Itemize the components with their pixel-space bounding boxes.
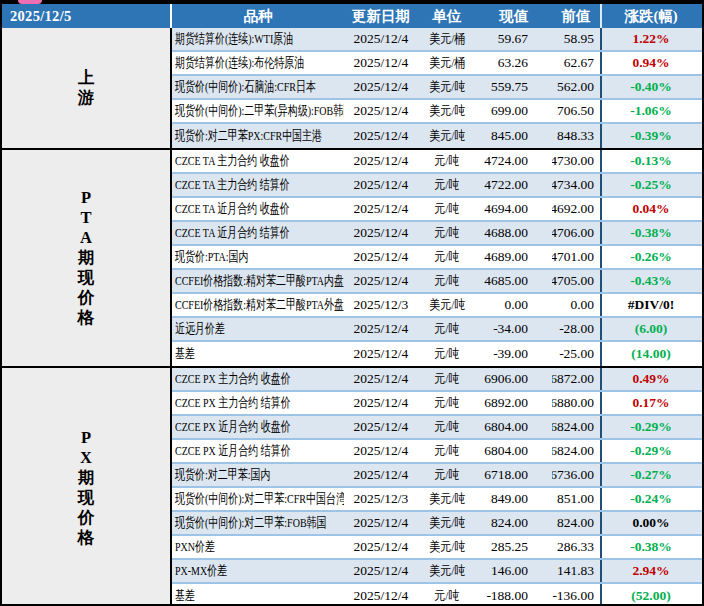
cell-change[interactable]: -0.24%	[600, 488, 700, 510]
cell-change[interactable]: -0.13%	[600, 150, 700, 172]
cell-variety[interactable]: 现货价(中间价):对二甲苯:CFR中国台湾	[172, 488, 344, 510]
cell-variety[interactable]: CCFEI价格指数:精对苯二甲酸PTA内盘	[172, 270, 344, 292]
cell-change[interactable]: -0.26%	[600, 246, 700, 268]
cell-current-value[interactable]: 849.00	[476, 488, 552, 510]
cell-variety[interactable]: 现货价:PTA:国内	[172, 246, 344, 268]
cell-update-date[interactable]: 2025/12/4	[344, 28, 418, 50]
cell-previous-value[interactable]: 58.95	[552, 28, 600, 50]
cell-current-value[interactable]: -39.00	[476, 342, 552, 366]
cell-update-date[interactable]: 2025/12/4	[344, 150, 418, 172]
cell-change[interactable]: -0.40%	[600, 76, 700, 98]
cell-unit[interactable]: 元/吨	[418, 392, 476, 414]
column-header-unit[interactable]: 单位	[418, 4, 476, 28]
cell-variety[interactable]: CZCE PX 主力合约 结算价	[172, 392, 344, 414]
cell-unit[interactable]: 美元/吨	[418, 76, 476, 98]
cell-current-value[interactable]: 559.75	[476, 76, 552, 98]
cell-current-value[interactable]: 6804.00	[476, 440, 552, 462]
cell-previous-value[interactable]: 4734.00	[552, 174, 600, 196]
cell-update-date[interactable]: 2025/12/3	[344, 294, 418, 316]
cell-previous-value[interactable]: 6824.00	[552, 416, 600, 438]
cell-current-value[interactable]: 845.00	[476, 124, 552, 148]
cell-current-value[interactable]: 4722.00	[476, 174, 552, 196]
column-header-variety[interactable]: 品种	[172, 4, 344, 28]
cell-change[interactable]: (52.00)	[600, 584, 700, 606]
cell-change[interactable]: -1.06%	[600, 100, 700, 122]
cell-previous-value[interactable]: 6880.00	[552, 392, 600, 414]
cell-change[interactable]: #DIV/0!	[600, 294, 700, 316]
column-header-previous-value[interactable]: 前值	[552, 4, 600, 28]
cell-current-value[interactable]: 6718.00	[476, 464, 552, 486]
cell-previous-value[interactable]: 4705.00	[552, 270, 600, 292]
cell-update-date[interactable]: 2025/12/4	[344, 222, 418, 244]
cell-variety[interactable]: CCFEI价格指数:精对苯二甲酸PTA外盘	[172, 294, 344, 316]
cell-unit[interactable]: 美元/吨	[418, 124, 476, 148]
cell-unit[interactable]: 元/吨	[418, 150, 476, 172]
cell-variety[interactable]: 基差	[172, 584, 344, 606]
cell-change[interactable]: (14.00)	[600, 342, 700, 366]
cell-variety[interactable]: 期货结算价(连续):WTI原油	[172, 28, 344, 50]
cell-change[interactable]: 2.94%	[600, 560, 700, 582]
cell-change[interactable]: 0.17%	[600, 392, 700, 414]
cell-variety[interactable]: 期货结算价(连续):布伦特原油	[172, 52, 344, 74]
cell-current-value[interactable]: 4689.00	[476, 246, 552, 268]
column-header-current-value[interactable]: 现值	[476, 4, 552, 28]
cell-variety[interactable]: CZCE TA 近月合约 收盘价	[172, 198, 344, 220]
cell-update-date[interactable]: 2025/12/4	[344, 174, 418, 196]
cell-change[interactable]: (6.00)	[600, 318, 700, 340]
cell-change[interactable]: -0.27%	[600, 464, 700, 486]
cell-unit[interactable]: 美元/吨	[418, 560, 476, 582]
cell-update-date[interactable]: 2025/12/4	[344, 512, 418, 534]
cell-update-date[interactable]: 2025/12/4	[344, 536, 418, 558]
cell-variety[interactable]: 现货价(中间价):对二甲苯:FOB韩国	[172, 512, 344, 534]
cell-previous-value[interactable]: 851.00	[552, 488, 600, 510]
cell-unit[interactable]: 美元/吨	[418, 100, 476, 122]
cell-current-value[interactable]: 4724.00	[476, 150, 552, 172]
cell-update-date[interactable]: 2025/12/4	[344, 560, 418, 582]
cell-unit[interactable]: 元/吨	[418, 584, 476, 606]
cell-unit[interactable]: 美元/吨	[418, 512, 476, 534]
cell-update-date[interactable]: 2025/12/4	[344, 464, 418, 486]
cell-previous-value[interactable]: 706.50	[552, 100, 600, 122]
cell-variety[interactable]: 现货价(中间价):石脑油:CFR日本	[172, 76, 344, 98]
cell-variety[interactable]: CZCE PX 近月合约 收盘价	[172, 416, 344, 438]
cell-current-value[interactable]: 824.00	[476, 512, 552, 534]
cell-unit[interactable]: 美元/吨	[418, 294, 476, 316]
cell-update-date[interactable]: 2025/12/4	[344, 318, 418, 340]
cell-change[interactable]: -0.29%	[600, 440, 700, 462]
cell-variety[interactable]: 现货价(中间价):二甲苯(异构级):FOB韩国	[172, 100, 344, 122]
cell-change[interactable]: -0.39%	[600, 124, 700, 148]
cell-update-date[interactable]: 2025/12/4	[344, 198, 418, 220]
cell-update-date[interactable]: 2025/12/4	[344, 246, 418, 268]
cell-previous-value[interactable]: 4706.00	[552, 222, 600, 244]
cell-current-value[interactable]: 699.00	[476, 100, 552, 122]
cell-variety[interactable]: CZCE PX 近月合约 结算价	[172, 440, 344, 462]
cell-change[interactable]: -0.29%	[600, 416, 700, 438]
cell-variety[interactable]: PXN价差	[172, 536, 344, 558]
cell-change[interactable]: 0.00%	[600, 512, 700, 534]
cell-previous-value[interactable]: 286.33	[552, 536, 600, 558]
cell-current-value[interactable]: 4694.00	[476, 198, 552, 220]
cell-variety[interactable]: 近远月价差	[172, 318, 344, 340]
cell-update-date[interactable]: 2025/12/3	[344, 488, 418, 510]
column-header-update-date[interactable]: 更新日期	[344, 4, 418, 28]
cell-current-value[interactable]: 6892.00	[476, 392, 552, 414]
cell-unit[interactable]: 美元/吨	[418, 536, 476, 558]
cell-change[interactable]: -0.38%	[600, 222, 700, 244]
cell-current-value[interactable]: 0.00	[476, 294, 552, 316]
cell-update-date[interactable]: 2025/12/4	[344, 584, 418, 606]
cell-previous-value[interactable]: 562.00	[552, 76, 600, 98]
cell-previous-value[interactable]: 4701.00	[552, 246, 600, 268]
cell-variety[interactable]: 基差	[172, 342, 344, 366]
cell-previous-value[interactable]: 4692.00	[552, 198, 600, 220]
cell-update-date[interactable]: 2025/12/4	[344, 368, 418, 390]
cell-variety[interactable]: CZCE PX 主力合约 收盘价	[172, 368, 344, 390]
cell-variety[interactable]: PX-MX价差	[172, 560, 344, 582]
cell-update-date[interactable]: 2025/12/4	[344, 124, 418, 148]
cell-previous-value[interactable]: 6872.00	[552, 368, 600, 390]
cell-current-value[interactable]: 4685.00	[476, 270, 552, 292]
cell-variety[interactable]: CZCE TA 近月合约 结算价	[172, 222, 344, 244]
cell-unit[interactable]: 美元/桶	[418, 28, 476, 50]
cell-unit[interactable]: 元/吨	[418, 464, 476, 486]
cell-variety[interactable]: 现货价:对二甲苯:国内	[172, 464, 344, 486]
cell-previous-value[interactable]: -136.00	[552, 584, 600, 606]
